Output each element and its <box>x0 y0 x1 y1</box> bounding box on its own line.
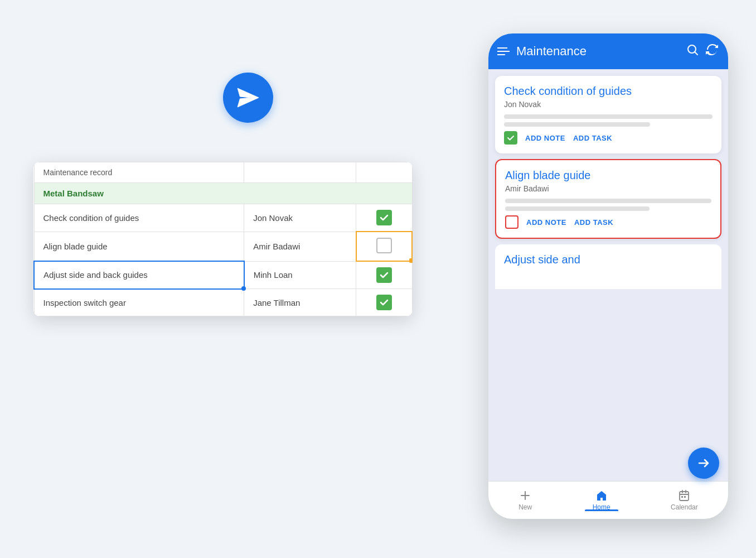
nav-label-calendar: Calendar <box>671 503 698 511</box>
header-row: Maintenance record <box>34 162 412 183</box>
card-line-2 <box>504 122 650 127</box>
check-green-icon <box>376 267 392 283</box>
card-checkbox-unchecked[interactable] <box>505 215 518 229</box>
table-row: Align blade guide Amir Badawi <box>34 232 412 261</box>
refresh-icon[interactable] <box>706 43 719 60</box>
nav-item-calendar[interactable]: Calendar <box>671 489 698 511</box>
table-row: Inspection switch gear Jane Tillman <box>34 289 412 316</box>
spreadsheet-table: Maintenance record Metal Bandsaw Check c… <box>33 162 413 316</box>
paper-plane-icon <box>223 73 273 123</box>
card-title: Align blade guide <box>505 169 711 182</box>
check-cell-selected[interactable] <box>356 232 412 261</box>
table-row-selected: Adjust side and back guides Minh Loan <box>34 261 412 289</box>
fab-export-button[interactable] <box>688 448 719 479</box>
card-person: Jon Novak <box>504 100 713 109</box>
card-partial-adjust: Adjust side and <box>495 244 721 289</box>
add-note-button[interactable]: ADD NOTE <box>525 134 565 142</box>
calendar-icon <box>678 489 690 502</box>
spreadsheet-panel: Maintenance record Metal Bandsaw Check c… <box>33 162 413 316</box>
home-icon <box>595 489 608 502</box>
card-actions: ADD NOTE ADD TASK <box>505 215 711 229</box>
svg-rect-8 <box>681 496 683 498</box>
task-cell: Check condition of guides <box>34 204 244 232</box>
card-actions: ADD NOTE ADD TASK <box>504 131 713 145</box>
app-bar-title: Maintenance <box>516 44 679 59</box>
svg-rect-4 <box>680 492 689 501</box>
add-note-button[interactable]: ADD NOTE <box>526 218 566 227</box>
card-align-blade[interactable]: Align blade guide Amir Badawi ADD NOTE A… <box>495 159 721 239</box>
nav-label-new: New <box>518 503 532 511</box>
group-label: Metal Bandsaw <box>34 183 412 204</box>
person-cell: Minh Loan <box>244 261 356 289</box>
person-cell: Jane Tillman <box>244 289 356 316</box>
card-check-condition[interactable]: Check condition of guides Jon Novak ADD … <box>495 76 721 153</box>
task-cell: Align blade guide <box>34 232 244 261</box>
check-green-icon <box>376 295 392 310</box>
app-bar: Maintenance <box>488 33 728 69</box>
check-empty-icon <box>376 238 392 253</box>
card-line-1 <box>505 199 711 203</box>
card-title-partial: Adjust side and <box>504 253 713 266</box>
phone-frame: Maintenance Check condition of guides Jo… <box>488 33 728 519</box>
card-line-1 <box>504 114 713 119</box>
check-cell[interactable] <box>356 289 412 316</box>
search-icon[interactable] <box>686 43 699 60</box>
task-cell: Inspection switch gear <box>34 289 244 316</box>
header-col-check <box>356 162 412 183</box>
phone-content: Check condition of guides Jon Novak ADD … <box>488 69 728 481</box>
add-task-button[interactable]: ADD TASK <box>573 134 612 142</box>
header-col-person <box>244 162 356 183</box>
svg-line-1 <box>695 52 697 55</box>
check-cell[interactable] <box>356 204 412 232</box>
person-cell: Jon Novak <box>244 204 356 232</box>
check-cell[interactable] <box>356 261 412 289</box>
card-checkbox-checked[interactable] <box>504 131 517 145</box>
hamburger-menu-icon[interactable] <box>497 47 510 55</box>
header-col-task: Maintenance record <box>34 162 244 183</box>
task-cell-selected: Adjust side and back guides <box>34 261 244 289</box>
table-row: Check condition of guides Jon Novak <box>34 204 412 232</box>
card-line-2 <box>505 206 650 211</box>
card-title: Check condition of guides <box>504 85 713 98</box>
group-header-row: Metal Bandsaw <box>34 183 412 204</box>
nav-item-new[interactable]: New <box>518 489 532 511</box>
svg-rect-9 <box>684 496 686 498</box>
plus-icon <box>519 489 531 502</box>
nav-active-indicator <box>585 509 618 511</box>
card-person: Amir Badawi <box>505 184 711 193</box>
bottom-nav: New Home Calendar <box>488 481 728 519</box>
check-green-icon <box>376 210 392 225</box>
nav-item-home[interactable]: Home <box>593 489 610 511</box>
person-cell: Amir Badawi <box>244 232 356 261</box>
add-task-button[interactable]: ADD TASK <box>574 218 613 227</box>
